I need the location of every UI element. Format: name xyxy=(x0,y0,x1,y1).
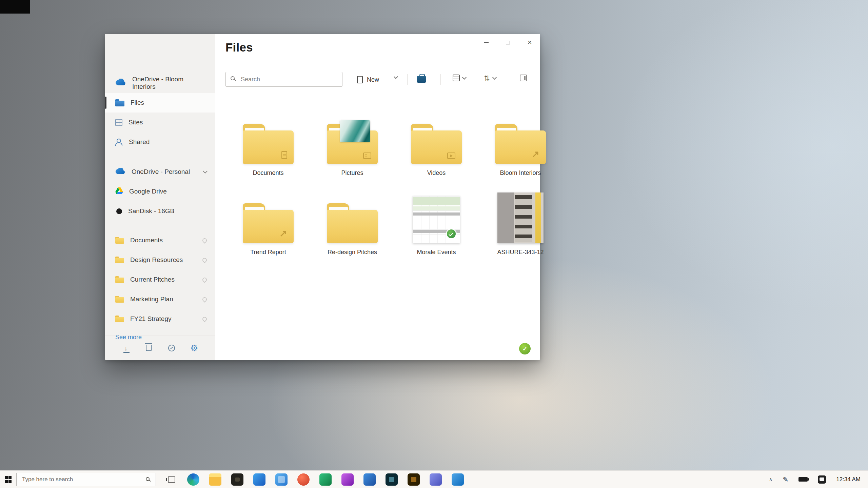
taskbar-search-box xyxy=(16,473,156,486)
folder-icon xyxy=(115,257,124,263)
pinned-apps xyxy=(187,473,464,486)
sidebar-folder-current-pitches[interactable]: Current Pitches xyxy=(105,270,215,289)
taskbar-app-illustrator[interactable] xyxy=(408,473,420,486)
folder-icon xyxy=(115,237,124,244)
sidebar-item-sites[interactable]: Sites xyxy=(105,113,215,132)
sync-status-button[interactable]: ✓ xyxy=(519,343,531,354)
feedback-icon[interactable] xyxy=(166,342,177,354)
onedrive-app-window: ✕ OneDrive - Bloom Interiors Files Sites xyxy=(105,34,540,360)
taskbar-app-file-explorer[interactable] xyxy=(209,473,221,486)
tile-trend-report[interactable]: ↗ Trend Report xyxy=(226,190,310,270)
tile-bloom-interiors[interactable]: ↗ Bloom Interiors xyxy=(478,111,563,190)
taskbar-app-teams[interactable] xyxy=(430,473,442,486)
page-title: Files xyxy=(225,41,253,54)
file-label: Bloom Interiors xyxy=(500,169,541,177)
sidebar-folder-marketing-plan[interactable]: Marketing Plan xyxy=(105,289,215,309)
taskbar-app-after-effects[interactable] xyxy=(386,473,398,486)
drive-label: OneDrive - Personal xyxy=(132,168,190,176)
search-input[interactable] xyxy=(225,72,342,87)
taskbar-app-camera[interactable] xyxy=(231,473,243,486)
minimize-button[interactable] xyxy=(480,37,492,47)
system-tray: ∧ ✎ 12:34 AM xyxy=(769,475,868,484)
download-icon[interactable]: ↓ xyxy=(120,342,132,354)
search-icon xyxy=(146,477,150,481)
view-options-button[interactable] xyxy=(453,75,466,81)
new-dropdown-chevron-icon[interactable] xyxy=(394,75,398,79)
shortcut-arrow-icon: ↗ xyxy=(532,150,539,159)
recycle-bin-icon[interactable] xyxy=(143,342,154,354)
maximize-button[interactable] xyxy=(502,37,514,47)
sidebar-item-files[interactable]: Files xyxy=(105,93,215,113)
settings-gear-icon[interactable]: ⚙ xyxy=(189,342,200,354)
tile-documents[interactable]: Documents xyxy=(226,111,310,190)
file-label: Pictures xyxy=(341,169,363,177)
taskbar-app-word[interactable] xyxy=(253,473,265,486)
toolbar-divider xyxy=(407,74,408,85)
sidebar-folder-design-resources[interactable]: Design Resources xyxy=(105,250,215,270)
folder-label: Marketing Plan xyxy=(130,296,173,303)
file-label: Re-design Pitches xyxy=(328,249,377,256)
excel-status-icon xyxy=(447,229,456,238)
photo-thumbnail xyxy=(497,190,544,243)
office-apps-button[interactable] xyxy=(414,73,429,86)
task-view-icon xyxy=(168,476,175,483)
account-label: OneDrive - Bloom Interiors xyxy=(132,76,207,90)
taskbar-search-input[interactable] xyxy=(17,473,156,486)
tile-redesign-pitches[interactable]: Re-design Pitches xyxy=(310,190,394,270)
folder-icon xyxy=(411,111,462,164)
files-folder-icon xyxy=(115,99,124,106)
drive-item-onedrive-personal[interactable]: OneDrive - Personal xyxy=(105,162,215,182)
hidden-icons-chevron-icon[interactable]: ∧ xyxy=(769,476,772,483)
new-button[interactable]: New xyxy=(354,73,382,86)
start-button[interactable] xyxy=(0,471,16,488)
folder-icon xyxy=(327,111,378,164)
picture-thumbnail xyxy=(340,120,370,142)
document-badge-icon xyxy=(281,151,287,159)
toolbar-divider xyxy=(440,74,441,85)
desktop-background: ✕ OneDrive - Bloom Interiors Files Sites xyxy=(0,0,868,488)
windows-ink-pen-icon[interactable]: ✎ xyxy=(783,475,788,484)
sidebar-folder-documents[interactable]: Documents xyxy=(105,230,215,250)
task-view-button[interactable] xyxy=(165,471,178,488)
chevron-down-icon[interactable] xyxy=(203,168,208,173)
taskbar-app-opera[interactable] xyxy=(297,473,310,486)
tile-ashure-photo[interactable]: ASHURE-343-12 xyxy=(478,190,563,270)
taskbar-app-outlook[interactable] xyxy=(452,473,464,486)
taskbar-app-edge[interactable] xyxy=(187,473,199,486)
drive-item-sandisk[interactable]: SanDisk - 16GB xyxy=(105,201,215,221)
details-pane-button[interactable] xyxy=(520,75,527,81)
file-label: Videos xyxy=(427,169,446,177)
taskbar-app-excel[interactable] xyxy=(319,473,332,486)
sidebar-item-label: Shared xyxy=(129,138,150,146)
tile-videos[interactable]: Videos xyxy=(394,111,478,190)
pin-icon xyxy=(201,257,208,263)
close-button[interactable]: ✕ xyxy=(524,37,535,47)
toolbar: New ⇅ xyxy=(215,72,540,87)
file-label: ASHURE-343-12 xyxy=(497,249,544,256)
main-pane: Files New xyxy=(215,34,540,360)
briefcase-icon xyxy=(417,76,426,83)
windows-logo-icon xyxy=(5,476,12,483)
file-label: Trend Report xyxy=(250,249,286,256)
pin-icon xyxy=(201,296,208,302)
video-artifact xyxy=(0,0,30,14)
sort-arrows-icon: ⇅ xyxy=(484,75,490,82)
folder-icon xyxy=(115,296,124,303)
new-file-icon xyxy=(357,76,363,83)
taskbar-clock[interactable]: 12:34 AM xyxy=(836,476,861,483)
battery-icon[interactable] xyxy=(798,477,808,482)
onedrive-cloud-icon xyxy=(115,168,125,176)
sidebar: OneDrive - Bloom Interiors Files Sites S… xyxy=(105,34,215,360)
account-switcher[interactable]: OneDrive - Bloom Interiors xyxy=(105,74,215,92)
sidebar-item-shared[interactable]: Shared xyxy=(105,132,215,152)
action-center-icon[interactable] xyxy=(818,475,826,484)
sidebar-folder-fy21-strategy[interactable]: FY21 Strategy xyxy=(105,309,215,329)
taskbar-app-photos[interactable] xyxy=(275,473,288,486)
sort-button[interactable]: ⇅ xyxy=(484,75,496,82)
taskbar-app-photoshop[interactable] xyxy=(363,473,376,486)
tile-pictures[interactable]: Pictures xyxy=(310,111,394,190)
tile-morale-events[interactable]: Morale Events xyxy=(394,190,478,270)
sites-grid-icon xyxy=(115,119,122,126)
drive-item-google-drive[interactable]: Google Drive xyxy=(105,182,215,201)
taskbar-app-onenote[interactable] xyxy=(341,473,354,486)
